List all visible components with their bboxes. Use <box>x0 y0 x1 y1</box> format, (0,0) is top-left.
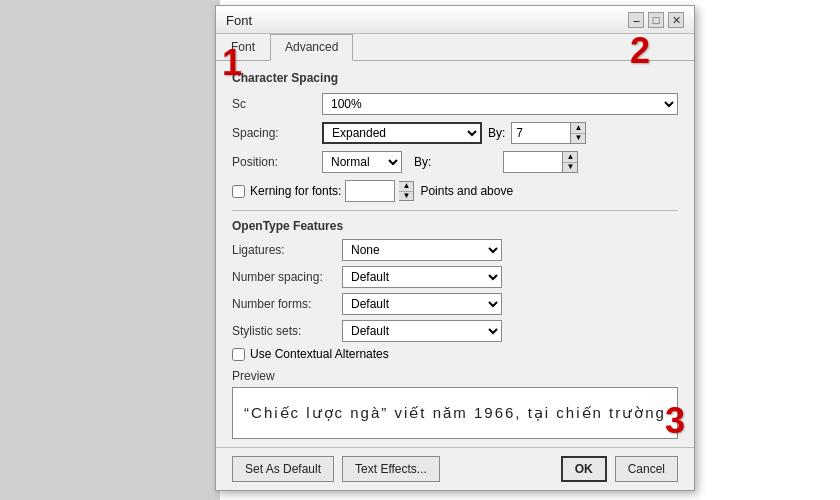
minimize-button[interactable]: ‒ <box>628 12 644 28</box>
set-default-button[interactable]: Set As Default <box>232 456 334 482</box>
maximize-button[interactable]: □ <box>648 12 664 28</box>
scale-select[interactable]: 100% <box>322 93 678 115</box>
number-forms-label: Number forms: <box>232 297 342 311</box>
text-effects-button[interactable]: Text Effects... <box>342 456 440 482</box>
close-button[interactable]: ✕ <box>668 12 684 28</box>
kerning-input[interactable] <box>345 180 395 202</box>
pos-by-input[interactable] <box>503 151 563 173</box>
dialog-tabs: Font Advanced <box>216 34 694 61</box>
context-alt-row: Use Contextual Alternates <box>232 347 678 361</box>
section-divider <box>232 210 678 211</box>
by-label: By: <box>488 126 505 140</box>
number-spacing-row: Number spacing: Default <box>232 266 678 288</box>
position-label: Position: <box>232 155 322 169</box>
cancel-button[interactable]: Cancel <box>615 456 678 482</box>
pos-by-label: By: <box>414 155 431 169</box>
number-forms-select[interactable]: Default <box>342 293 502 315</box>
dialog-title-text: Font <box>226 13 252 28</box>
context-alt-checkbox[interactable] <box>232 348 245 361</box>
preview-box: “Chiếc lược ngà” viết năm 1966, tại chiế… <box>232 387 678 439</box>
font-dialog: Font ‒ □ ✕ Font Advanced Character Spaci… <box>215 5 695 491</box>
by-spinner: ▲ ▼ <box>571 122 586 144</box>
spacing-controls: Expanded By: ▲ ▼ <box>322 122 586 144</box>
scale-row: Sc 100% <box>232 93 678 115</box>
stylistic-sets-select[interactable]: Default <box>342 320 502 342</box>
spacing-select[interactable]: Expanded <box>322 122 482 144</box>
opentype-section: OpenType Features Ligatures: None Number… <box>232 219 678 361</box>
character-spacing-title: Character Spacing <box>232 71 678 85</box>
ligatures-label: Ligatures: <box>232 243 342 257</box>
by-input[interactable] <box>511 122 571 144</box>
dialog-footer: Set As Default Text Effects... OK Cancel <box>216 447 694 490</box>
kerning-spinner: ▲ ▼ <box>399 181 414 201</box>
stylistic-sets-label: Stylistic sets: <box>232 324 342 338</box>
stylistic-sets-row: Stylistic sets: Default <box>232 320 678 342</box>
position-controls: Normal By: ▲ ▼ <box>322 151 678 173</box>
number-forms-row: Number forms: Default <box>232 293 678 315</box>
pos-by-spinner-up[interactable]: ▲ <box>563 152 577 163</box>
pos-by-input-wrap: ▲ ▼ <box>503 151 578 173</box>
spacing-label: Spacing: <box>232 126 322 140</box>
tab-font[interactable]: Font <box>216 34 270 60</box>
kerning-checkbox[interactable] <box>232 185 245 198</box>
by-spinner-up[interactable]: ▲ <box>571 123 585 134</box>
opentype-title: OpenType Features <box>232 219 678 233</box>
kerning-unit: Points and above <box>420 184 513 198</box>
by-input-wrap: ▲ ▼ <box>511 122 586 144</box>
tab-advanced[interactable]: Advanced <box>270 34 353 61</box>
number-spacing-label: Number spacing: <box>232 270 342 284</box>
title-buttons: ‒ □ ✕ <box>628 12 684 28</box>
ligatures-row: Ligatures: None <box>232 239 678 261</box>
position-select[interactable]: Normal <box>322 151 402 173</box>
kerning-spinner-down[interactable]: ▼ <box>399 192 413 201</box>
dialog-body: Character Spacing Sc 100% Spacing: Expan… <box>216 61 694 447</box>
context-alt-label: Use Contextual Alternates <box>250 347 389 361</box>
ligatures-select[interactable]: None <box>342 239 502 261</box>
position-row: Position: Normal By: ▲ ▼ <box>232 151 678 173</box>
pos-by-spinner: ▲ ▼ <box>563 151 578 173</box>
scale-label: Sc <box>232 97 322 111</box>
preview-section: Preview “Chiếc lược ngà” viết năm 1966, … <box>232 369 678 439</box>
kerning-label: Kerning for fonts: <box>250 184 341 198</box>
by-spinner-down[interactable]: ▼ <box>571 134 585 144</box>
kerning-row: Kerning for fonts: ▲ ▼ Points and above <box>232 180 678 202</box>
ok-button[interactable]: OK <box>561 456 607 482</box>
preview-label: Preview <box>232 369 678 383</box>
spacing-row: Spacing: Expanded By: ▲ ▼ <box>232 122 678 144</box>
number-spacing-select[interactable]: Default <box>342 266 502 288</box>
dialog-overlay: Font ‒ □ ✕ Font Advanced Character Spaci… <box>0 0 840 500</box>
dialog-titlebar: Font ‒ □ ✕ <box>216 6 694 34</box>
scale-control: 100% <box>322 93 678 115</box>
preview-text: “Chiếc lược ngà” viết năm 1966, tại chiế… <box>244 404 666 422</box>
pos-by-spinner-down[interactable]: ▼ <box>563 163 577 173</box>
